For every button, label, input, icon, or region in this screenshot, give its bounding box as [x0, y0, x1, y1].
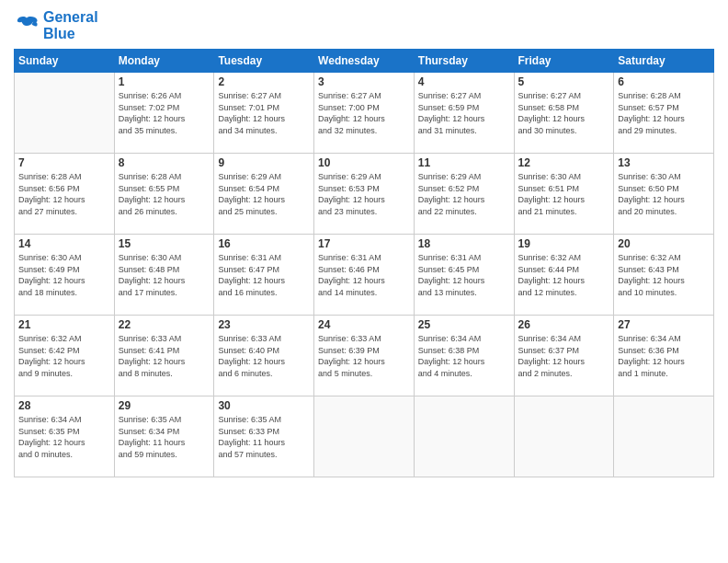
calendar-cell: 25Sunrise: 6:34 AMSunset: 6:38 PMDayligh… [414, 316, 514, 396]
calendar-cell: 18Sunrise: 6:31 AMSunset: 6:45 PMDayligh… [414, 235, 514, 316]
day-number: 24 [318, 318, 410, 331]
day-number: 29 [119, 399, 210, 412]
calendar-cell: 23Sunrise: 6:33 AMSunset: 6:40 PMDayligh… [214, 316, 314, 396]
calendar-cell: 8Sunrise: 6:28 AMSunset: 6:55 PMDaylight… [114, 154, 214, 235]
day-header-thursday: Thursday [414, 50, 514, 73]
day-header-tuesday: Tuesday [214, 50, 314, 73]
calendar-cell [314, 396, 415, 477]
calendar-cell: 2Sunrise: 6:27 AMSunset: 7:01 PMDaylight… [214, 73, 314, 154]
day-number: 23 [218, 318, 310, 331]
day-info: Sunrise: 6:27 AMSunset: 6:58 PMDaylight:… [518, 90, 610, 136]
day-info: Sunrise: 6:30 AMSunset: 6:51 PMDaylight:… [518, 171, 610, 217]
day-info: Sunrise: 6:33 AMSunset: 6:39 PMDaylight:… [318, 333, 410, 379]
day-number: 21 [18, 318, 110, 331]
day-number: 30 [218, 399, 310, 412]
day-info: Sunrise: 6:27 AMSunset: 7:00 PMDaylight:… [318, 90, 410, 136]
calendar-cell: 9Sunrise: 6:29 AMSunset: 6:54 PMDaylight… [214, 154, 314, 235]
day-info: Sunrise: 6:29 AMSunset: 6:52 PMDaylight:… [418, 171, 510, 217]
day-number: 28 [18, 399, 110, 412]
calendar-cell [514, 396, 614, 477]
week-row-5: 28Sunrise: 6:34 AMSunset: 6:35 PMDayligh… [15, 396, 714, 477]
calendar-cell [15, 73, 115, 154]
calendar-cell: 21Sunrise: 6:32 AMSunset: 6:42 PMDayligh… [15, 316, 115, 396]
calendar-cell [614, 396, 714, 477]
day-info: Sunrise: 6:29 AMSunset: 6:53 PMDaylight:… [318, 171, 410, 217]
day-info: Sunrise: 6:33 AMSunset: 6:41 PMDaylight:… [119, 333, 210, 379]
calendar-cell: 19Sunrise: 6:32 AMSunset: 6:44 PMDayligh… [514, 235, 614, 316]
calendar-cell: 4Sunrise: 6:27 AMSunset: 6:59 PMDaylight… [414, 73, 514, 154]
logo: General Blue [14, 9, 98, 41]
day-number: 19 [518, 237, 610, 250]
calendar-cell: 20Sunrise: 6:32 AMSunset: 6:43 PMDayligh… [614, 235, 714, 316]
calendar-cell: 26Sunrise: 6:34 AMSunset: 6:37 PMDayligh… [514, 316, 614, 396]
day-number: 22 [119, 318, 210, 331]
calendar-cell: 16Sunrise: 6:31 AMSunset: 6:47 PMDayligh… [214, 235, 314, 316]
calendar-cell: 17Sunrise: 6:31 AMSunset: 6:46 PMDayligh… [314, 235, 415, 316]
day-number: 12 [518, 156, 610, 169]
day-number: 6 [618, 75, 710, 88]
calendar-cell: 3Sunrise: 6:27 AMSunset: 7:00 PMDaylight… [314, 73, 415, 154]
day-number: 17 [318, 237, 410, 250]
day-info: Sunrise: 6:30 AMSunset: 6:48 PMDaylight:… [119, 252, 210, 298]
days-row: SundayMondayTuesdayWednesdayThursdayFrid… [15, 50, 714, 73]
day-number: 1 [119, 75, 210, 88]
calendar-header: SundayMondayTuesdayWednesdayThursdayFrid… [15, 50, 714, 73]
day-number: 5 [518, 75, 610, 88]
day-info: Sunrise: 6:34 AMSunset: 6:38 PMDaylight:… [418, 333, 510, 379]
day-header-wednesday: Wednesday [314, 50, 415, 73]
day-number: 18 [418, 237, 510, 250]
day-info: Sunrise: 6:31 AMSunset: 6:46 PMDaylight:… [318, 252, 410, 298]
day-info: Sunrise: 6:28 AMSunset: 6:55 PMDaylight:… [119, 171, 210, 217]
day-info: Sunrise: 6:27 AMSunset: 6:59 PMDaylight:… [418, 90, 510, 136]
day-number: 16 [218, 237, 310, 250]
calendar-cell: 24Sunrise: 6:33 AMSunset: 6:39 PMDayligh… [314, 316, 415, 396]
day-header-saturday: Saturday [614, 50, 714, 73]
calendar-cell [414, 396, 514, 477]
day-number: 26 [518, 318, 610, 331]
calendar-cell: 15Sunrise: 6:30 AMSunset: 6:48 PMDayligh… [114, 235, 214, 316]
logo-bird-icon [14, 13, 40, 39]
day-number: 10 [318, 156, 410, 169]
day-header-monday: Monday [114, 50, 214, 73]
day-info: Sunrise: 6:31 AMSunset: 6:45 PMDaylight:… [418, 252, 510, 298]
day-info: Sunrise: 6:30 AMSunset: 6:49 PMDaylight:… [18, 252, 110, 298]
calendar-body: 1Sunrise: 6:26 AMSunset: 7:02 PMDaylight… [15, 73, 714, 477]
day-number: 8 [119, 156, 210, 169]
day-header-sunday: Sunday [15, 50, 115, 73]
day-info: Sunrise: 6:34 AMSunset: 6:37 PMDaylight:… [518, 333, 610, 379]
calendar-cell: 29Sunrise: 6:35 AMSunset: 6:34 PMDayligh… [114, 396, 214, 477]
calendar-cell: 7Sunrise: 6:28 AMSunset: 6:56 PMDaylight… [15, 154, 115, 235]
day-info: Sunrise: 6:34 AMSunset: 6:36 PMDaylight:… [618, 333, 710, 379]
day-number: 4 [418, 75, 510, 88]
day-info: Sunrise: 6:29 AMSunset: 6:54 PMDaylight:… [218, 171, 310, 217]
calendar-cell: 28Sunrise: 6:34 AMSunset: 6:35 PMDayligh… [15, 396, 115, 477]
day-info: Sunrise: 6:28 AMSunset: 6:56 PMDaylight:… [18, 171, 110, 217]
week-row-4: 21Sunrise: 6:32 AMSunset: 6:42 PMDayligh… [15, 316, 714, 396]
day-info: Sunrise: 6:34 AMSunset: 6:35 PMDaylight:… [18, 414, 110, 460]
logo-text: General Blue [43, 9, 98, 41]
day-info: Sunrise: 6:33 AMSunset: 6:40 PMDaylight:… [218, 333, 310, 379]
day-number: 7 [18, 156, 110, 169]
header: General Blue [14, 9, 714, 41]
week-row-3: 14Sunrise: 6:30 AMSunset: 6:49 PMDayligh… [15, 235, 714, 316]
day-info: Sunrise: 6:27 AMSunset: 7:01 PMDaylight:… [218, 90, 310, 136]
day-number: 27 [618, 318, 710, 331]
day-info: Sunrise: 6:31 AMSunset: 6:47 PMDaylight:… [218, 252, 310, 298]
day-info: Sunrise: 6:26 AMSunset: 7:02 PMDaylight:… [119, 90, 210, 136]
calendar-cell: 6Sunrise: 6:28 AMSunset: 6:57 PMDaylight… [614, 73, 714, 154]
day-info: Sunrise: 6:30 AMSunset: 6:50 PMDaylight:… [618, 171, 710, 217]
calendar-cell: 5Sunrise: 6:27 AMSunset: 6:58 PMDaylight… [514, 73, 614, 154]
calendar-table: SundayMondayTuesdayWednesdayThursdayFrid… [14, 49, 714, 477]
calendar-cell: 1Sunrise: 6:26 AMSunset: 7:02 PMDaylight… [114, 73, 214, 154]
calendar-cell: 11Sunrise: 6:29 AMSunset: 6:52 PMDayligh… [414, 154, 514, 235]
day-number: 9 [218, 156, 310, 169]
week-row-2: 7Sunrise: 6:28 AMSunset: 6:56 PMDaylight… [15, 154, 714, 235]
week-row-1: 1Sunrise: 6:26 AMSunset: 7:02 PMDaylight… [15, 73, 714, 154]
day-number: 14 [18, 237, 110, 250]
calendar-cell: 27Sunrise: 6:34 AMSunset: 6:36 PMDayligh… [614, 316, 714, 396]
calendar-cell: 30Sunrise: 6:35 AMSunset: 6:33 PMDayligh… [214, 396, 314, 477]
calendar-cell: 13Sunrise: 6:30 AMSunset: 6:50 PMDayligh… [614, 154, 714, 235]
day-number: 25 [418, 318, 510, 331]
day-number: 15 [119, 237, 210, 250]
day-header-friday: Friday [514, 50, 614, 73]
